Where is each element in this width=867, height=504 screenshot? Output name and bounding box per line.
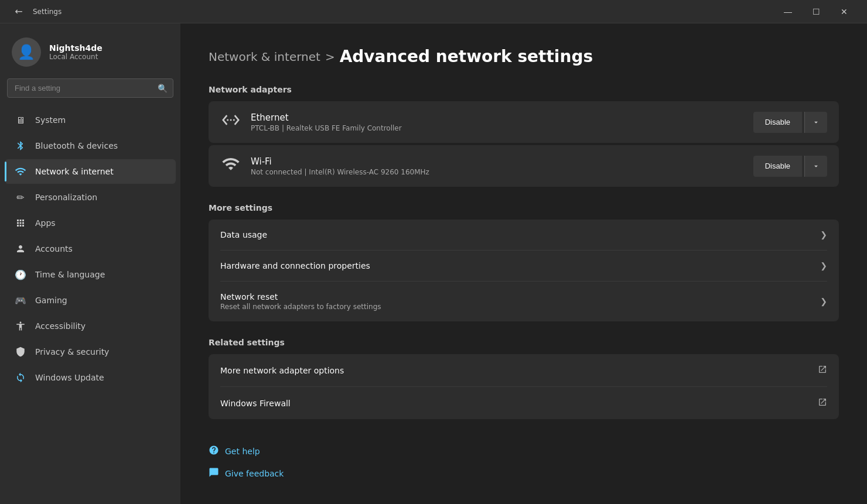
- wifi-controls: Disable: [753, 156, 827, 177]
- app-container: 👤 Nightsh4de Local Account 🔍 🖥 System Bl…: [0, 23, 867, 504]
- more-adapter-content: More network adapter options: [220, 366, 818, 375]
- hardware-row[interactable]: Hardware and connection properties ❯: [209, 251, 839, 281]
- nav-bluetooth-label: Bluetooth & devices: [35, 141, 118, 150]
- ethernet-controls: Disable: [753, 112, 827, 133]
- breadcrumb-separator: >: [325, 50, 335, 64]
- hardware-chevron-icon: ❯: [820, 261, 827, 270]
- avatar: 👤: [12, 37, 41, 67]
- nav-gaming[interactable]: 🎮 Gaming: [5, 288, 176, 313]
- ethernet-disable-button[interactable]: Disable: [753, 112, 802, 133]
- privacy-icon: [14, 345, 27, 358]
- wifi-chevron-button[interactable]: [804, 156, 827, 177]
- gaming-icon: 🎮: [14, 294, 27, 307]
- nav-time-label: Time & language: [35, 270, 105, 279]
- breadcrumb-parent[interactable]: Network & internet: [209, 50, 320, 64]
- ethernet-desc: PTCL-BB | Realtek USB FE Family Controll…: [251, 124, 744, 132]
- bluetooth-icon: [14, 139, 27, 152]
- nav-accounts-label: Accounts: [35, 244, 73, 253]
- update-icon: [14, 371, 27, 384]
- network-reset-row[interactable]: Network reset Reset all network adapters…: [209, 282, 839, 321]
- nav-system-label: System: [35, 115, 66, 125]
- nav-accessibility-label: Accessibility: [35, 321, 86, 331]
- related-settings-card: More network adapter options Windows Fir…: [209, 354, 839, 419]
- get-help-icon: [209, 445, 219, 458]
- nav-time[interactable]: 🕐 Time & language: [5, 262, 176, 287]
- nav-accessibility[interactable]: Accessibility: [5, 314, 176, 338]
- firewall-content: Windows Firewall: [220, 399, 818, 408]
- related-settings-title: Related settings: [209, 338, 839, 347]
- nav-accounts[interactable]: Accounts: [5, 236, 176, 261]
- wifi-desc: Not connected | Intel(R) Wireless-AC 926…: [251, 168, 744, 176]
- app-title: Settings: [33, 8, 774, 16]
- accounts-icon: [14, 242, 27, 255]
- get-help-label: Get help: [225, 447, 260, 456]
- data-usage-row[interactable]: Data usage ❯: [209, 220, 839, 250]
- hardware-title: Hardware and connection properties: [220, 261, 820, 270]
- profile-info: Nightsh4de Local Account: [49, 43, 103, 61]
- ethernet-adapter: Ethernet PTCL-BB | Realtek USB FE Family…: [209, 101, 839, 143]
- nav-update[interactable]: Windows Update: [5, 365, 176, 390]
- personalization-icon: ✏️: [14, 191, 27, 204]
- wifi-info: Wi-Fi Not connected | Intel(R) Wireless-…: [251, 156, 744, 176]
- network-reset-chevron-icon: ❯: [820, 297, 827, 306]
- search-box: 🔍: [7, 78, 173, 98]
- ethernet-info: Ethernet PTCL-BB | Realtek USB FE Family…: [251, 112, 744, 132]
- wifi-disable-button[interactable]: Disable: [753, 156, 802, 177]
- network-reset-title: Network reset: [220, 292, 820, 301]
- avatar-icon: 👤: [18, 44, 35, 60]
- more-adapter-row[interactable]: More network adapter options: [209, 354, 839, 386]
- data-usage-content: Data usage: [220, 230, 820, 239]
- firewall-external-icon: [818, 397, 827, 409]
- nav-personalization[interactable]: ✏️ Personalization: [5, 185, 176, 210]
- nav-network-label: Network & internet: [35, 167, 114, 176]
- search-input[interactable]: [7, 78, 173, 98]
- give-feedback-icon: [209, 467, 219, 480]
- wifi-adapter: Wi-Fi Not connected | Intel(R) Wireless-…: [209, 145, 839, 187]
- network-reset-subtitle: Reset all network adapters to factory se…: [220, 303, 820, 311]
- breadcrumb-current: Advanced network settings: [340, 47, 593, 66]
- nav-privacy-label: Privacy & security: [35, 347, 109, 356]
- network-icon: [14, 165, 27, 178]
- close-button[interactable]: ✕: [831, 2, 858, 21]
- nav-personalization-label: Personalization: [35, 193, 97, 202]
- system-icon: 🖥: [14, 114, 27, 126]
- profile-subtitle: Local Account: [49, 53, 103, 61]
- give-feedback-label: Give feedback: [225, 469, 284, 478]
- nav-update-label: Windows Update: [35, 373, 104, 382]
- more-adapter-external-icon: [818, 365, 827, 376]
- wifi-name: Wi-Fi: [251, 156, 744, 167]
- ethernet-name: Ethernet: [251, 112, 744, 123]
- nav-network[interactable]: Network & internet: [5, 159, 176, 184]
- data-usage-chevron-icon: ❯: [820, 230, 827, 239]
- nav-bluetooth[interactable]: Bluetooth & devices: [5, 133, 176, 158]
- footer-links: Get help Give feedback: [209, 443, 839, 482]
- nav-apps[interactable]: Apps: [5, 211, 176, 235]
- nav-system[interactable]: 🖥 System: [5, 108, 176, 132]
- wifi-card: Wi-Fi Not connected | Intel(R) Wireless-…: [209, 145, 839, 187]
- window-controls: — ☐ ✕: [774, 2, 858, 21]
- minimize-button[interactable]: —: [774, 2, 801, 21]
- network-reset-content: Network reset Reset all network adapters…: [220, 292, 820, 311]
- firewall-row[interactable]: Windows Firewall: [209, 387, 839, 419]
- more-settings-card: Data usage ❯ Hardware and connection pro…: [209, 220, 839, 321]
- nav-gaming-label: Gaming: [35, 296, 67, 305]
- sidebar: 👤 Nightsh4de Local Account 🔍 🖥 System Bl…: [0, 23, 180, 504]
- nav-apps-label: Apps: [35, 218, 56, 228]
- maximize-button[interactable]: ☐: [803, 2, 830, 21]
- profile-section: 👤 Nightsh4de Local Account: [0, 23, 180, 78]
- back-button[interactable]: ←: [9, 2, 28, 21]
- hardware-content: Hardware and connection properties: [220, 261, 820, 270]
- nav-privacy[interactable]: Privacy & security: [5, 340, 176, 364]
- network-adapters-title: Network adapters: [209, 85, 839, 94]
- ethernet-chevron-button[interactable]: [804, 112, 827, 133]
- accessibility-icon: [14, 320, 27, 332]
- get-help-link[interactable]: Get help: [209, 443, 839, 460]
- main-content: Network & internet > Advanced network se…: [180, 23, 867, 504]
- data-usage-title: Data usage: [220, 230, 820, 239]
- profile-name: Nightsh4de: [49, 43, 103, 53]
- firewall-title: Windows Firewall: [220, 399, 818, 408]
- apps-icon: [14, 217, 27, 229]
- give-feedback-link[interactable]: Give feedback: [209, 465, 839, 482]
- wifi-icon: [220, 155, 241, 177]
- title-bar: ← Settings — ☐ ✕: [0, 0, 867, 23]
